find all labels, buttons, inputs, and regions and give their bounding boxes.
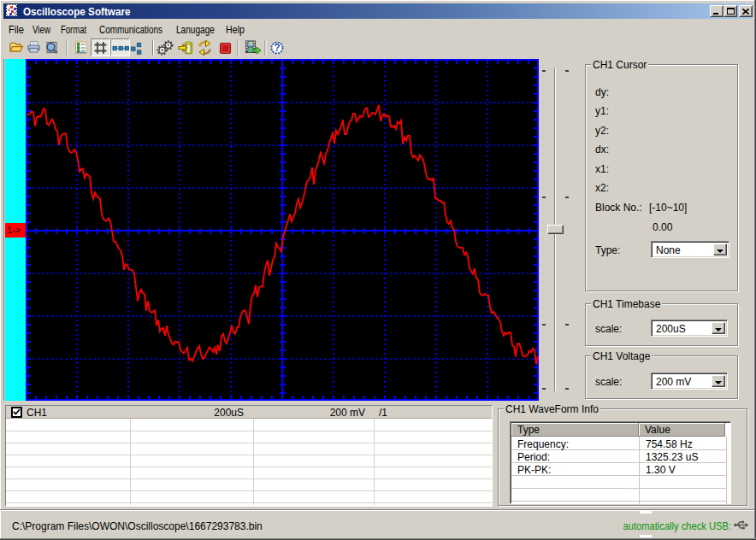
svg-text:?: ? bbox=[274, 42, 280, 54]
